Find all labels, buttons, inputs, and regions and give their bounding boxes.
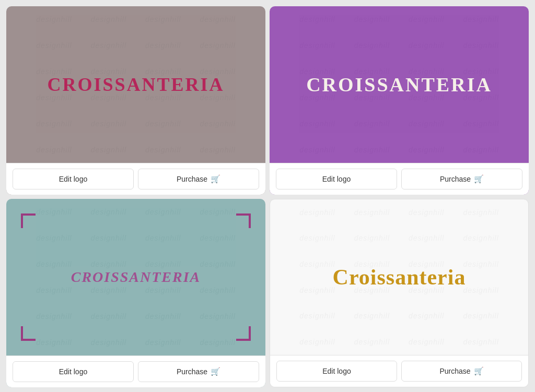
purchase-button-2[interactable]: Purchase 🛒 [401,169,522,189]
card-buttons-4: Edit logo Purchase 🛒 [270,355,528,387]
logo-text-3: Croissanteria [71,269,201,286]
logo-area-3: designhilldesignhilldesignhilldesignhill… [6,199,265,355]
bracket-tl [21,213,36,228]
logo-card-2: designhilldesignhilldesignhilldesignhill… [270,6,529,195]
cart-icon-3: 🛒 [211,367,220,376]
edit-logo-button-1[interactable]: Edit logo [13,169,134,189]
cart-icon-1: 🛒 [211,174,220,184]
logo-area-1: designhilldesignhilldesignhilldesignhill… [6,6,265,163]
purchase-button-1[interactable]: Purchase 🛒 [138,169,259,189]
logo-text-1: Croissanteria [47,74,224,96]
logo-area-4: designhilldesignhilldesignhilldesignhill… [270,199,528,355]
cart-icon-2: 🛒 [474,174,484,184]
logo-text-2: CROISSANTERIA [306,73,492,96]
logo-text-4: Croissanteria [333,265,466,290]
card-buttons-3: Edit logo Purchase 🛒 [6,355,265,387]
card-buttons-1: Edit logo Purchase 🛒 [6,163,265,195]
bracket-br [236,326,251,341]
logo-area-2: designhilldesignhilldesignhilldesignhill… [270,6,529,163]
cart-icon-4: 🛒 [474,366,484,376]
edit-logo-button-4[interactable]: Edit logo [276,361,397,382]
edit-logo-button-2[interactable]: Edit logo [276,169,397,189]
logo-card-1: designhilldesignhilldesignhilldesignhill… [6,6,265,195]
card-buttons-2: Edit logo Purchase 🛒 [270,163,529,195]
logo-card-4: designhilldesignhilldesignhilldesignhill… [270,199,529,387]
logo-grid: designhilldesignhilldesignhilldesignhill… [6,6,529,387]
purchase-button-3[interactable]: Purchase 🛒 [138,361,259,382]
bracket-tr [236,213,251,228]
bracket-bl [21,326,36,341]
edit-logo-button-3[interactable]: Edit logo [13,361,134,382]
purchase-button-4[interactable]: Purchase 🛒 [401,361,522,382]
logo-card-3: designhilldesignhilldesignhilldesignhill… [6,199,265,387]
